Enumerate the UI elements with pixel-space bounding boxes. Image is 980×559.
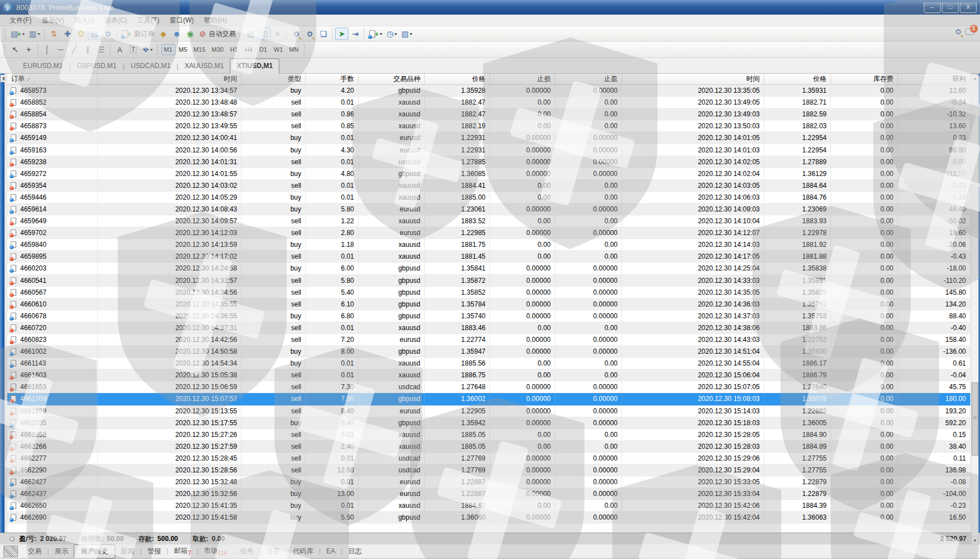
notifications-icon[interactable]: 1	[965, 28, 974, 35]
menu-item[interactable]: 帮助(H)	[199, 15, 232, 26]
terminal-button[interactable]: ▤	[88, 28, 101, 40]
chevron-down-icon[interactable]: ▾	[151, 47, 153, 52]
table-row[interactable]: 46596492020.12.30 14:09:57sell1.22xauusd…	[7, 215, 970, 227]
table-row[interactable]: 46597022020.12.30 14:12:03sell2.80eurusd…	[7, 227, 970, 239]
table-row[interactable]: 46588542020.12.30 13:48:57sell0.86xauusd…	[7, 109, 970, 120]
terminal-tab-新闻[interactable]: 新闻	[115, 545, 140, 558]
community-button[interactable]: ☻	[170, 28, 184, 40]
text-button[interactable]: A	[113, 43, 126, 56]
tile-windows-button[interactable]: ❏	[316, 28, 330, 40]
new-chart-button[interactable]: ▤+▾	[8, 28, 27, 40]
column-header[interactable]: 止损	[490, 74, 555, 84]
column-header[interactable]: 获利	[898, 74, 970, 84]
auto-scroll-button[interactable]: ➤	[335, 28, 348, 40]
table-row[interactable]: 46605672020.12.30 14:34:56sell5.40gbpusd…	[7, 287, 970, 299]
column-header[interactable]: 止盈	[555, 74, 622, 84]
terminal-tab-展示[interactable]: 展示	[49, 545, 74, 558]
timeframe-m30[interactable]: M30	[209, 44, 226, 55]
column-header[interactable]: 时间	[622, 74, 764, 84]
chart-tab-xauusdm1[interactable]: XAUUSD,M1	[178, 59, 230, 73]
scroll-up-icon[interactable]: ▲	[972, 74, 978, 82]
table-row[interactable]: 46602032020.12.30 14:24:58buy6.00gbpusd1…	[7, 263, 970, 274]
profiles-button[interactable]: ▥▾	[27, 28, 42, 40]
navigator-button[interactable]: ✪	[74, 28, 88, 40]
chart-shift-button[interactable]: ⇥	[348, 28, 362, 40]
column-header[interactable]: 交易品种	[359, 74, 425, 84]
data-window-button[interactable]: ✚	[61, 28, 74, 40]
search-icon[interactable]	[956, 29, 961, 34]
crosshair-button[interactable]: +	[22, 43, 35, 56]
new-order-button[interactable]: +新订单	[120, 28, 157, 40]
table-row[interactable]: 46624272020.12.30 15:32:48buy0.01eurusd1…	[7, 476, 970, 488]
timeframe-m15[interactable]: M15	[190, 44, 208, 55]
table-row[interactable]: 46622772020.12.30 15:28:45sell0.01usdcad…	[7, 453, 970, 465]
table-row[interactable]: 46598952020.12.30 14:17:02sell0.01xauusd…	[7, 251, 970, 263]
toolbar-grip[interactable]	[3, 44, 6, 55]
line-chart-button[interactable]: ≈	[271, 28, 284, 40]
terminal-tab-信号[interactable]: 信号	[234, 545, 259, 558]
chevron-down-icon[interactable]: ▾	[22, 31, 25, 37]
menu-item[interactable]: 插入(I)	[69, 15, 99, 26]
chart-tab-xtiusdm1[interactable]: XTIUSD,M1	[230, 58, 279, 74]
vertical-scrollbar[interactable]: ▲ ▼	[971, 74, 978, 544]
menu-item[interactable]: 窗口(W)	[165, 15, 199, 26]
toolbar-grip[interactable]	[239, 29, 242, 39]
timeframe-d1[interactable]: D1	[256, 44, 270, 55]
timeframe-m5[interactable]: M5	[176, 44, 190, 55]
table-row[interactable]: 46585732020.12.30 13:34:57buy4.20gbpusd1…	[7, 85, 970, 97]
table-row[interactable]: 46591632020.12.30 14:00:56buy4.30eurusd1…	[7, 144, 970, 156]
fibonacci-button[interactable]: ☰	[94, 43, 108, 56]
table-row[interactable]: 46605412020.12.30 14:32:57sell5.80gbpusd…	[7, 275, 970, 287]
column-header[interactable]: 类型	[242, 74, 306, 84]
column-header[interactable]: 库存费	[831, 74, 898, 84]
quick-nav-widget[interactable]	[3, 546, 18, 557]
menu-item[interactable]: 工具(T)	[132, 15, 164, 26]
terminal-tab-日志[interactable]: 日志	[343, 545, 368, 558]
toolbar-grip[interactable]	[3, 29, 6, 39]
market-watch-button[interactable]: ⇅	[47, 28, 61, 40]
table-row[interactable]: 46616032020.12.30 15:05:38sell0.01xauusd…	[7, 369, 970, 381]
table-row[interactable]: 46593542020.12.30 14:03:02sell0.01xauusd…	[7, 180, 970, 192]
table-row[interactable]: 46611432020.12.30 14:54:34buy0.01xauusd1…	[7, 358, 970, 369]
menu-item[interactable]: 显示(V)	[37, 15, 69, 26]
table-row[interactable]: 46588732020.12.30 13:49:55sell0.85xauusd…	[7, 120, 970, 132]
scrollbar-thumb[interactable]	[972, 382, 978, 456]
indicators-button[interactable]: +▾	[367, 28, 384, 40]
table-row[interactable]: 46592382020.12.30 14:01:31sell0.01usdcad…	[7, 156, 970, 168]
column-header[interactable]: 价格	[764, 74, 831, 84]
vertical-line-button[interactable]: │	[40, 43, 54, 56]
table-row[interactable]: 46620352020.12.30 15:17:55buy9.40gbpusd1…	[7, 417, 970, 429]
table-row[interactable]: 46626902020.12.30 15:41:58buy5.50gbpusd1…	[7, 512, 970, 524]
channel-button[interactable]: ∥	[81, 43, 94, 56]
table-row[interactable]: 46626502020.12.30 15:41:35buy0.01xauusd1…	[7, 500, 970, 512]
column-header[interactable]: 订单∕	[7, 74, 98, 84]
table-row[interactable]: 46617092020.12.30 15:07:57sell7.50gbpusd…	[7, 393, 970, 405]
table-row[interactable]: 46596142020.12.30 14:08:43buy5.80eurusd1…	[7, 204, 970, 215]
table-row[interactable]: 46610022020.12.30 14:50:58buy8.00gbpusd1…	[7, 346, 970, 358]
arrows-button[interactable]: ❖▾	[140, 43, 155, 56]
timeframe-w1[interactable]: W1	[271, 44, 286, 55]
zoom-out-button[interactable]: -	[303, 28, 316, 40]
strategy-tester-button[interactable]	[101, 28, 115, 40]
table-row[interactable]: 46622662020.12.30 15:27:59sell2.40xauusd…	[7, 441, 970, 453]
table-row[interactable]: 46591492020.12.30 14:00:41buy0.01eurusd1…	[7, 132, 970, 144]
column-header[interactable]: 手数	[306, 74, 359, 84]
timeframe-h4[interactable]: H4	[242, 44, 256, 55]
autotrading-button[interactable]: ⊘自动交易	[197, 28, 238, 40]
chart-tab-usdcadm1[interactable]: USDCAD,M1	[125, 59, 177, 73]
terminal-tab-文章[interactable]: 文章	[261, 545, 285, 558]
terminal-tab-账户历史[interactable]: 账户历史	[74, 544, 115, 558]
text-label-button[interactable]: T	[126, 43, 140, 56]
maximize-button[interactable]: □	[942, 2, 959, 13]
table-row[interactable]: 46606102020.12.30 14:35:55sell6.10gbpusd…	[7, 299, 970, 310]
chart-tab-gbpusdm1[interactable]: GBPUSD,M1	[71, 59, 123, 73]
menu-item[interactable]: 文件(F)	[4, 15, 37, 26]
table-row[interactable]: 46622582020.12.30 15:27:26sell0.01xauusd…	[7, 429, 970, 441]
chevron-down-icon[interactable]: ▾	[394, 31, 397, 37]
table-row[interactable]: 46607202020.12.30 14:37:31sell0.01xauusd…	[7, 322, 970, 334]
table-row[interactable]: 46606782020.12.30 14:36:55buy6.80gbpusd1…	[7, 310, 970, 322]
metaeditor-button[interactable]: ◆	[157, 28, 170, 40]
terminal-tab-警报[interactable]: 警报	[142, 545, 166, 558]
chevron-down-icon[interactable]: ▾	[380, 31, 382, 37]
table-row[interactable]: 46592722020.12.30 14:01:55buy4.80gbpusd1…	[7, 168, 970, 180]
